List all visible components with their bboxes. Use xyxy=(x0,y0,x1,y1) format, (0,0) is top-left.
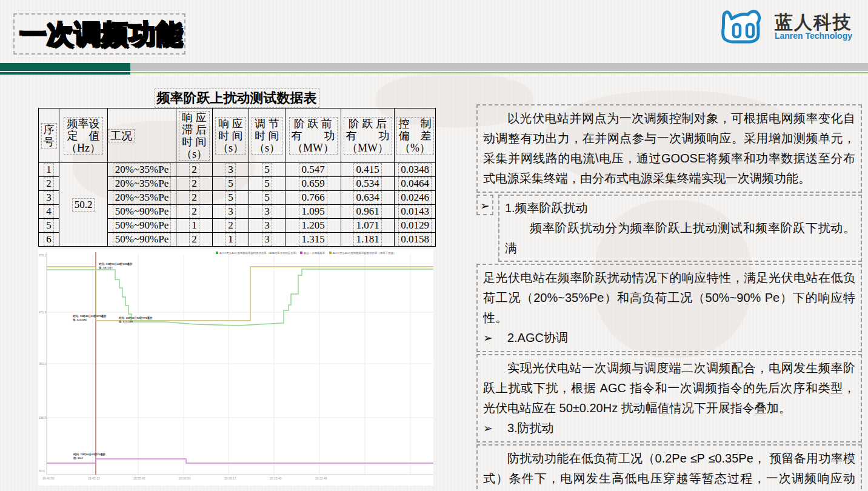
cell-adj: 5 xyxy=(262,177,272,190)
cell-after: 0.415 xyxy=(353,163,381,176)
cell-dev: 0.0129 xyxy=(398,219,432,232)
cell-condition: 20%~35%Pe xyxy=(113,163,172,176)
cell-before: 0.547 xyxy=(299,163,327,176)
arrow-bullet-icon: ➢ xyxy=(483,328,493,348)
col-adj: 调 节 时 间 （s） xyxy=(252,117,282,155)
cell-adj: 5 xyxy=(262,163,272,176)
annotation-value: 值: 415.986 xyxy=(72,318,87,321)
cell-dev: 0.0464 xyxy=(398,177,432,190)
cell-lag: 2 xyxy=(189,205,199,218)
arrow-bullet-icon: ➢ xyxy=(476,195,493,215)
intro-paragraph: 以光伏电站并网点为一次调频控制对象，可根据电网频率变化自动调整有功出力，在并网点… xyxy=(483,109,855,189)
page-title: 一次调频功能 xyxy=(19,16,183,52)
cell-before: 1.315 xyxy=(299,233,327,246)
intro-paragraph-block: 以光伏电站并网点为一次调频控制对象，可根据电网频率变化自动调整有功出力，在并网点… xyxy=(476,104,862,193)
cell-seq: 3 xyxy=(44,191,54,204)
section2-block: 实现光伏电站一次调频与调度端二次调频配合，电网发生频率阶跃上扰或下扰，根据 AG… xyxy=(476,354,862,443)
svg-text:19:55:45: 19:55:45 xyxy=(133,476,145,480)
col-lag: 响 应 滞 后 时 间 （s） xyxy=(179,111,210,161)
slide: 一次调频功能 蓝人科技 Lanren Technology 频率阶跃上扰动测试数… xyxy=(0,0,868,491)
col-freq: 频率设 定 值 （Hz） xyxy=(64,117,103,155)
table-title: 频率阶跃上扰动测试数据表 xyxy=(38,89,435,108)
cell-condition: 50%~90%Pe xyxy=(113,205,172,218)
cell-seq: 5 xyxy=(44,219,54,232)
annotation-value: 值: 415.048 xyxy=(118,320,133,323)
svg-text:19:45:13: 19:45:13 xyxy=(88,476,100,480)
arrow-bullet-icon: ➢ xyxy=(483,418,493,438)
cell-after: 0.534 xyxy=(353,177,381,190)
cell-after: 0.634 xyxy=(353,191,381,204)
section1-row: ➢ 1.频率阶跃扰动 频率阶跃扰动分为频率阶跃上扰动测试和频率阶跃下扰动。满 xyxy=(476,195,862,262)
annotation-value: 值: 50.2 xyxy=(73,456,83,459)
legend-item: 测点一次调频频率 xyxy=(304,252,326,255)
col-resp: 响 应 时 间 （s） xyxy=(215,117,246,155)
cell-seq: 2 xyxy=(44,177,54,190)
cell-lag: 2 xyxy=(189,233,199,246)
cell-adj: 3 xyxy=(262,233,272,246)
cell-after: 1.071 xyxy=(353,219,381,232)
svg-text:20:22:49: 20:22:49 xyxy=(315,476,327,480)
cell-dev: 0.0158 xyxy=(398,233,432,246)
cell-before: 0.766 xyxy=(299,191,327,204)
section1-block: 1.频率阶跃扰动 频率阶跃扰动分为频率阶跃上扰动测试和频率阶跃下扰动。满 xyxy=(498,195,862,262)
section1-continuation: 足光伏电站在频率阶跃扰动情况下的响应特性，满足光伏电站在低负荷工况（20%~35… xyxy=(483,268,855,328)
cell-dev: 0.0348 xyxy=(398,163,432,176)
header-divider-underline xyxy=(0,72,868,75)
col-dev: 控 制 偏 差 （%） xyxy=(396,117,434,155)
cell-lag: 2 xyxy=(189,177,199,190)
svg-text:50.0: 50.0 xyxy=(39,469,45,473)
col-condition: 工况 xyxy=(108,129,135,142)
trend-chart: 876.2 471.6 361.1 166.5 50.0 19:40:50 19… xyxy=(38,249,433,486)
cell-before: 0.659 xyxy=(299,177,327,190)
section2-title: 2.AGC协调 xyxy=(507,328,568,348)
cell-condition: 20%~35%Pe xyxy=(113,191,172,204)
section1-continuation-block: 足光伏电站在频率阶跃扰动情况下的响应特性，满足光伏电站在低负荷工况（20%~35… xyxy=(476,264,862,352)
cell-resp: 2 xyxy=(225,219,236,232)
cell-resp: 3 xyxy=(225,205,236,218)
svg-text:19:40:50: 19:40:50 xyxy=(42,476,55,480)
cell-before: 1.095 xyxy=(299,205,327,218)
svg-text:166.5: 166.5 xyxy=(39,416,47,419)
table-header-row: 序 号 频率设 定 值 （Hz） 工况 响 应 滞 后 时 间 （s） 响 应 … xyxy=(39,109,436,163)
svg-text:20:00:51: 20:00:51 xyxy=(179,476,191,480)
cell-resp: 5 xyxy=(225,177,236,190)
cell-seq: 4 xyxy=(44,205,54,218)
cell-after: 1.181 xyxy=(353,233,381,246)
cell-resp: 1 xyxy=(225,233,236,246)
cell-lag: 1 xyxy=(189,219,199,232)
cell-dev: 0.0143 xyxy=(398,205,432,218)
svg-text:471.6: 471.6 xyxy=(39,310,47,314)
cell-lag: 2 xyxy=(189,191,199,204)
logo-name-cn: 蓝人科技 xyxy=(775,13,852,32)
right-text-panel: 以光伏电站并网点为一次调频控制对象，可根据电网频率变化自动调整有功出力，在并网点… xyxy=(476,104,862,491)
cell-freq-set: 50.2 xyxy=(72,198,95,212)
cell-adj: 5 xyxy=(262,191,272,204)
lanren-logo-icon xyxy=(720,7,769,46)
svg-text:20:15:40: 20:15:40 xyxy=(270,476,282,480)
section3-block: 防扰动功能在低负荷工况（0.2Pe ≤P ≤0.35Pe， 预留备用功率模式）条… xyxy=(476,444,862,491)
svg-text:361.1: 361.1 xyxy=(39,362,47,366)
section2-body: 实现光伏电站一次调频与调度端二次调频配合，电网发生频率阶跃上扰或下扰，根据 AG… xyxy=(483,358,855,418)
annotation-value: 值: 547.037 xyxy=(98,266,113,269)
cell-dev: 0.0246 xyxy=(398,191,432,204)
cell-condition: 20%~35%Pe xyxy=(113,177,172,190)
cell-condition: 50%~90%Pe xyxy=(113,219,172,232)
slide-title-box: 一次调频功能 xyxy=(13,13,185,55)
col-after: 阶 跃 后 有 功 （MW） xyxy=(344,117,392,155)
svg-text:20:05:17: 20:05:17 xyxy=(224,476,236,480)
company-logo: 蓝人科技 Lanren Technology xyxy=(720,7,852,46)
cell-resp: 5 xyxy=(225,191,236,204)
cell-adj: 3 xyxy=(262,219,272,232)
cell-adj: 3 xyxy=(262,205,272,218)
section3-title: 3.防扰动 xyxy=(507,418,554,438)
cell-lag: 2 xyxy=(189,163,199,176)
section3-body: 防扰动功能在低负荷工况（0.2Pe ≤P ≤0.35Pe， 预留备用功率模式）条… xyxy=(483,449,855,491)
header-divider-bar xyxy=(0,63,868,71)
cell-after: 0.961 xyxy=(353,205,381,218)
cell-seq: 6 xyxy=(44,233,54,246)
cell-condition: 50%~90%Pe xyxy=(113,233,172,246)
col-before: 阶 跃 前 有 功 （MW） xyxy=(289,117,338,155)
table-row: 1 50.2 20%~35%Pe 2 3 5 0.547 0.415 0.034… xyxy=(39,163,436,177)
svg-text:876.2: 876.2 xyxy=(39,253,47,257)
col-seq: 序 号 xyxy=(41,123,57,149)
